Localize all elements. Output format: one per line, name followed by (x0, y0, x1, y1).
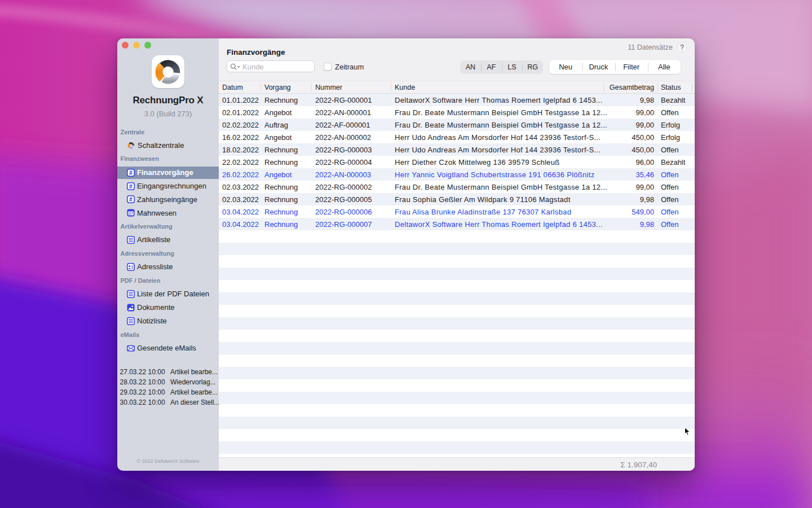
svg-text:#: # (129, 169, 133, 176)
svg-text:#: # (129, 196, 133, 203)
svg-text:#: # (129, 182, 133, 189)
